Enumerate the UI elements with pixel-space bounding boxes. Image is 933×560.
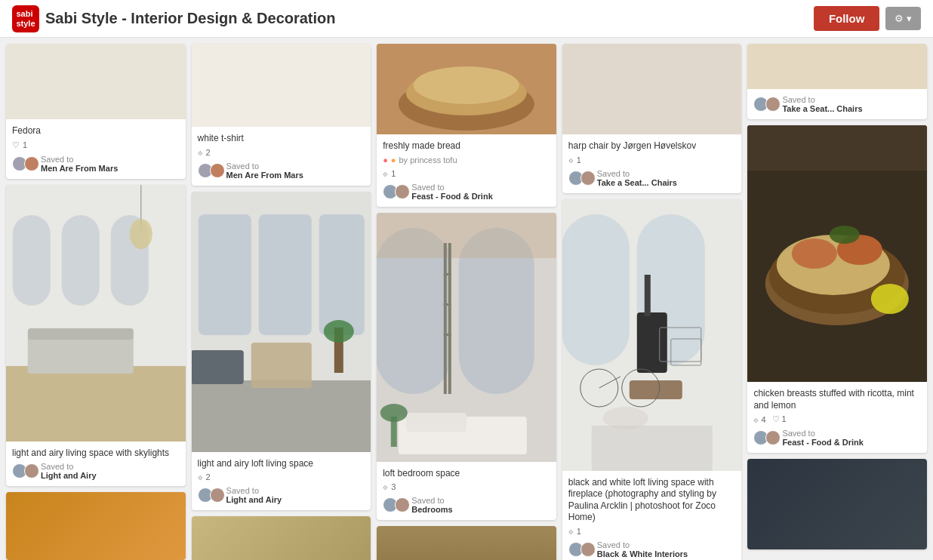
pin-card[interactable] — [747, 459, 927, 549]
saved-board: Take a Seat... Chairs — [782, 104, 862, 113]
saved-label: Saved to — [226, 486, 282, 495]
loft-svg — [562, 199, 742, 471]
svg-rect-15 — [192, 380, 371, 452]
pin-stats: ⟐ 1 — [568, 155, 736, 165]
saved-label: Saved to — [411, 183, 493, 192]
svg-point-55 — [792, 238, 837, 269]
settings-button[interactable]: ⚙ ▾ — [885, 7, 921, 30]
avatar — [395, 184, 410, 199]
pin-saved-row: Saved to Feast - Food & Drink — [383, 183, 550, 201]
avatar-group — [198, 488, 222, 503]
avatar-group — [383, 184, 407, 199]
pin-card[interactable] — [192, 516, 371, 560]
stat-count: 3 — [391, 482, 396, 491]
repin-icon: ⟐ — [383, 169, 388, 178]
pin-body: black and white loft living space with f… — [562, 471, 742, 560]
svg-rect-30 — [444, 273, 451, 275]
pin-card[interactable]: Fedora ♡ 1 Saved to Men Are From Mars — [6, 44, 186, 179]
pin-card[interactable]: chicken breasts stuffed with ricotta, mi… — [747, 125, 927, 453]
svg-point-57 — [871, 284, 909, 314]
svg-rect-16 — [251, 343, 311, 388]
interior-svg — [6, 185, 186, 442]
pin-title: Fedora — [12, 125, 180, 137]
logo-icon: sabistyle — [12, 5, 39, 32]
svg-rect-49 — [592, 426, 713, 471]
pin-card[interactable]: freshly made bread ● ● by princess tofu … — [377, 44, 556, 207]
pin-title: white t-shirt — [198, 133, 365, 145]
pin-image — [562, 44, 742, 134]
pin-card[interactable]: harp chair by Jørgen Høvelskov ⟐ 1 Saved… — [562, 44, 742, 193]
saved-label: Saved to — [597, 169, 677, 178]
saved-board: Feast - Food & Drink — [782, 438, 864, 447]
follow-button[interactable]: Follow — [814, 6, 880, 31]
pin-stats: ● ● by princess tofu — [383, 155, 550, 165]
avatar — [580, 542, 596, 557]
pin-title: loft bedroom space — [383, 468, 550, 480]
avatar-group — [383, 497, 407, 512]
repin-icon: ⟐ — [198, 472, 203, 482]
pin-saved-row: Saved to Take a Seat... Chairs — [568, 169, 736, 187]
saved-label: Saved to — [41, 462, 97, 471]
column-2: white t-shirt ⟐ 2 Saved to Men Are From … — [192, 44, 371, 560]
pin-card[interactable] — [377, 526, 556, 560]
pin-saved-row: Saved to Light and Airy — [12, 462, 180, 480]
avatar-group — [198, 163, 222, 178]
pin-card[interactable]: loft bedroom space ⟐ 3 Saved to Bedrooms — [377, 213, 556, 521]
pin-card[interactable]: white t-shirt ⟐ 2 Saved to Men Are From … — [192, 44, 371, 186]
bedroom-svg — [377, 213, 556, 462]
pin-image — [6, 492, 186, 560]
svg-rect-29 — [448, 243, 451, 394]
avatar-group — [753, 430, 778, 445]
stat-count: 2 — [206, 472, 211, 482]
pin-image — [377, 526, 556, 560]
pin-image — [6, 44, 186, 119]
pin-image — [377, 213, 556, 462]
svg-point-9 — [130, 219, 152, 249]
pin-title: chicken breasts stuffed with ricotta, mi… — [753, 388, 921, 411]
pin-body: light and airy loft living space ⟐ 2 Sav… — [192, 452, 371, 511]
saved-board: Bedrooms — [411, 505, 452, 514]
avatar-group — [12, 463, 36, 478]
pin-saved-row: Saved to Men Are From Mars — [198, 162, 365, 180]
avatar-group — [753, 97, 778, 112]
saved-label: Saved to — [41, 155, 118, 164]
svg-rect-2 — [13, 215, 51, 306]
column-5: Saved to Take a Seat... Chairs — [747, 44, 927, 549]
pin-stats-2: ⟐ 1 — [383, 169, 550, 178]
masonry-grid: Fedora ♡ 1 Saved to Men Are From Mars — [6, 44, 927, 560]
svg-rect-19 — [192, 350, 244, 384]
avatar — [24, 156, 39, 171]
pin-body: light and airy living space with skyligh… — [6, 442, 186, 487]
saved-label: Saved to — [782, 429, 864, 438]
pin-stats: ♡ 1 — [12, 140, 180, 150]
stat-count: 1 — [23, 140, 27, 149]
avatar — [580, 171, 596, 186]
pin-image — [747, 459, 927, 549]
pin-stats: ⟐ 2 — [198, 148, 365, 157]
svg-rect-28 — [444, 243, 447, 394]
heart-icon: ♡ 1 — [772, 414, 787, 424]
pin-image — [562, 199, 742, 471]
pin-saved-row: Saved to Light and Airy — [198, 486, 365, 504]
svg-rect-40 — [637, 312, 667, 373]
pin-image — [377, 44, 556, 134]
column-4: harp chair by Jørgen Høvelskov ⟐ 1 Saved… — [562, 44, 742, 560]
svg-rect-14 — [319, 214, 364, 335]
repin-icon: ⟐ — [198, 148, 203, 157]
svg-rect-41 — [645, 275, 651, 316]
food-svg — [377, 44, 556, 134]
pin-card[interactable] — [6, 492, 186, 560]
repin-icon: ● — [383, 155, 388, 165]
pin-title: harp chair by Jørgen Høvelskov — [568, 140, 736, 152]
repin-icon2: ● — [391, 155, 396, 165]
source-label: by princess tofu — [399, 155, 457, 165]
stat-count: 2 — [206, 148, 211, 157]
saved-label: Saved to — [411, 496, 452, 505]
svg-point-18 — [323, 320, 353, 343]
pin-card[interactable]: black and white loft living space with f… — [562, 199, 742, 560]
pin-card[interactable]: light and airy living space with skyligh… — [6, 185, 186, 487]
pin-card[interactable]: light and airy loft living space ⟐ 2 Sav… — [192, 192, 371, 511]
svg-rect-3 — [62, 215, 100, 306]
svg-rect-12 — [198, 214, 251, 335]
pin-card[interactable]: Saved to Take a Seat... Chairs — [747, 44, 927, 119]
